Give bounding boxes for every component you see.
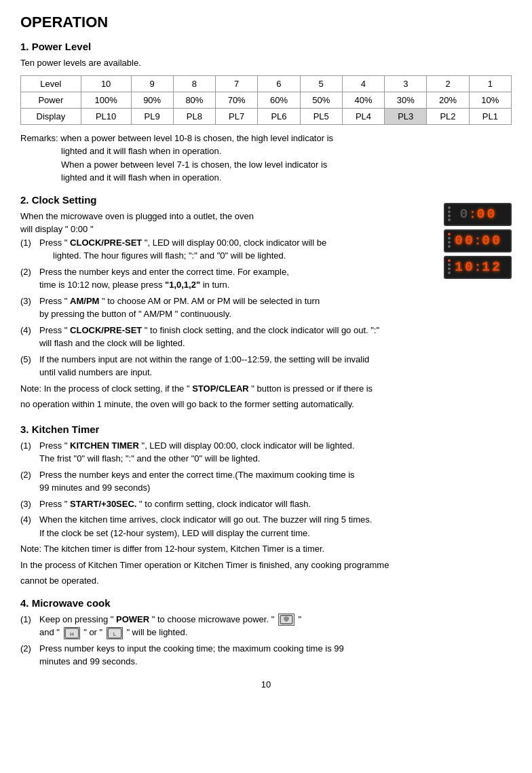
table-row-power: Power 100% 90% 80% 70% 60% 50% 40% 30% 2… <box>21 92 512 108</box>
colon: : <box>476 233 480 248</box>
key-label: START/+30SEC. <box>70 499 136 509</box>
svg-text:L: L <box>113 630 117 637</box>
key-label: CLOCK/PRE-SET <box>70 325 142 335</box>
key-sequence: "1,0,1,2" <box>165 280 200 290</box>
key-label: STOP/CLEAR <box>192 383 249 394</box>
side-dot <box>448 219 451 221</box>
step-text2: lighted. The hour figures will flash; ":… <box>39 249 437 263</box>
step-num: (3) <box>20 295 39 321</box>
step-num: (2) <box>20 642 39 668</box>
digit: 1 <box>455 259 463 275</box>
step-text: Press the number keys and enter the corr… <box>39 265 437 279</box>
step-content: When the kitchen time arrives, clock ind… <box>39 513 512 540</box>
step-text2: minutes and 99 seconds. <box>39 655 512 668</box>
section-clock-setting: 2. Clock Setting 0 : 0 0 <box>20 194 512 414</box>
digit: 0 <box>465 233 474 248</box>
section4-heading: 4. Microwave cook <box>20 597 512 609</box>
side-dot <box>448 237 451 240</box>
step-content: Press " KITCHEN TIMER ", LED will displa… <box>39 439 512 466</box>
section2-note1: Note: In the process of clock setting, i… <box>20 382 512 396</box>
step-text: Press " KITCHEN TIMER ", LED will displa… <box>39 439 512 453</box>
remarks-text: Remarks: when a power between level 10-8… <box>20 132 512 145</box>
step-text: Keep on pressing " POWER " to choose mic… <box>39 613 512 626</box>
remarks-block: lighted and it will flash when in operat… <box>61 145 512 185</box>
low-power-icon: L <box>107 627 123 639</box>
step-text2: The frist "0" will flash; ":" and the ot… <box>39 452 512 466</box>
step-2-3: (3) Press " AM/PM " to choose AM or PM. … <box>20 295 512 321</box>
step-text2: by pressing the button of " AM/PM " cont… <box>39 307 512 321</box>
step-num: (2) <box>20 265 39 292</box>
section1-intro: Ten power levels are available. <box>20 56 512 70</box>
digit-display-1: 0 : 0 0 <box>459 206 495 222</box>
step-3-4: (4) When the kitchen time arrives, clock… <box>20 513 512 540</box>
svg-text:H: H <box>70 630 74 637</box>
step-text: Press " START/+30SEC. " to confirm setti… <box>39 497 512 511</box>
power-table: Level 10 9 8 7 6 5 4 3 2 1 Power 100% 90… <box>20 75 512 125</box>
remarks-label: Remarks: <box>20 133 58 143</box>
step-content: Press " CLOCK/PRE-SET " to finish clock … <box>39 324 512 350</box>
col-level: Level <box>21 75 81 92</box>
section-kitchen-timer: 3. Kitchen Timer (1) Press " KITCHEN TIM… <box>20 423 512 588</box>
clock-display-3: 1 0 : 1 2 <box>444 256 512 279</box>
step-3-2: (2) Press the number keys and enter the … <box>20 468 512 495</box>
section2-note2: no operation within 1 minute, the oven w… <box>20 398 512 411</box>
step-text2: time is 10:12 now, please press "1,0,1,2… <box>39 278 437 292</box>
clock-displays: 0 : 0 0 0 0 : 0 0 <box>444 203 512 279</box>
step-num: (4) <box>20 513 39 540</box>
step-content: Keep on pressing " POWER " to choose mic… <box>39 613 512 639</box>
table-row-display: Display PL10 PL9 PL8 PL7 PL6 PL5 PL4 PL3… <box>21 108 512 124</box>
side-dot <box>448 210 451 213</box>
section-microwave-cook: 4. Microwave cook (1) Keep on pressing "… <box>20 597 512 668</box>
step-num: (2) <box>20 468 39 495</box>
or-text: or <box>89 627 97 637</box>
step-4-2: (2) Press number keys to input the cooki… <box>20 642 512 668</box>
side-dot <box>448 245 451 248</box>
section3-note1: Note: The kitchen timer is differ from 1… <box>20 542 512 556</box>
step-text: When the kitchen time arrives, clock ind… <box>39 513 512 527</box>
step-2-1: (1) Press " CLOCK/PRE-SET ", LED will di… <box>20 236 437 263</box>
digit: 0 <box>492 233 501 248</box>
step-num: (1) <box>20 439 39 466</box>
step-content: Press the number keys and enter the corr… <box>39 265 437 292</box>
digit: 0 <box>455 233 463 248</box>
step-text: Press the number keys and enter the corr… <box>39 468 512 482</box>
step-text2: 99 minutes and 99 seconds) <box>39 481 512 495</box>
step-num: (3) <box>20 497 39 511</box>
step-text2: will flash and the clock will be lighted… <box>39 337 512 350</box>
step-text: Press " CLOCK/PRE-SET " to finish clock … <box>39 324 512 337</box>
step-content: Press " START/+30SEC. " to confirm setti… <box>39 497 512 511</box>
section2-intro: When the microwave oven is plugged into … <box>20 210 512 223</box>
step-text2: until valid numbers are input. <box>39 366 512 379</box>
side-dots-2 <box>448 233 451 248</box>
key-label: POWER <box>116 614 149 624</box>
page-title: OPERATION <box>20 14 512 31</box>
section2-heading: 2. Clock Setting <box>20 194 512 206</box>
step-3-3: (3) Press " START/+30SEC. " to confirm s… <box>20 497 512 511</box>
section1-heading: 1. Power Level <box>20 41 512 52</box>
section3-heading: 3. Kitchen Timer <box>20 423 512 435</box>
step-num: (1) <box>20 236 39 263</box>
step-text: If the numbers input are not within the … <box>39 353 512 366</box>
step-content: If the numbers input are not within the … <box>39 353 512 379</box>
power-icon <box>278 614 294 626</box>
key-label: KITCHEN TIMER <box>70 440 139 451</box>
side-dot <box>448 263 451 266</box>
step-2-4: (4) Press " CLOCK/PRE-SET " to finish cl… <box>20 324 512 350</box>
step-content: Press " AM/PM " to choose AM or PM. AM o… <box>39 295 512 321</box>
step-2-5: (5) If the numbers input are not within … <box>20 353 512 379</box>
colon: : <box>470 207 474 221</box>
step-text: Press number keys to input the cooking t… <box>39 642 512 656</box>
side-dot <box>448 206 451 209</box>
side-dots-3 <box>448 259 451 274</box>
section3-note2: In the process of Kitchen Timer operatio… <box>20 559 512 572</box>
section2-intro2: will display " 0:00 " <box>20 223 512 236</box>
remarks-line2: lighted and it will flash when in operat… <box>61 145 512 158</box>
step-2-2: (2) Press the number keys and enter the … <box>20 265 437 292</box>
step-content: Press " CLOCK/PRE-SET ", LED will displa… <box>39 236 437 263</box>
side-dot <box>448 271 451 274</box>
step-3-1: (1) Press " KITCHEN TIMER ", LED will di… <box>20 439 512 466</box>
clock-display-2: 0 0 : 0 0 <box>444 229 512 252</box>
key-label: AM/PM <box>70 296 99 306</box>
digit: 1 <box>482 259 491 275</box>
digit: 0 <box>459 206 468 222</box>
